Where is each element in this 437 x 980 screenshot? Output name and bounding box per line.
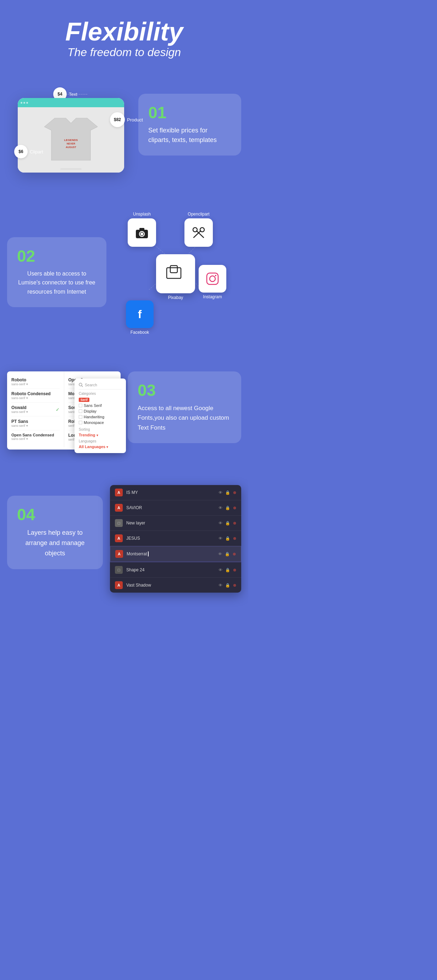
checkbox-monospace <box>79 421 82 424</box>
pixabay-label: Pixabay <box>156 295 195 300</box>
instagram-icon-card <box>199 265 226 293</box>
bottom-spacer <box>0 614 248 628</box>
instagram-icon <box>205 271 220 286</box>
section4-info-card: 04 Layers help easy to arrange and manag… <box>7 496 103 569</box>
layer-eye-ismy[interactable]: 👁 <box>218 490 222 495</box>
font-meta: sans-serif ▾ <box>11 437 60 441</box>
tablet-header <box>18 98 124 107</box>
section-fonts: Roboto sans-serif ▾ Roboto Condensed san… <box>0 357 248 471</box>
layer-name-montserrat: Montserrat <box>127 551 218 557</box>
sorting-value[interactable]: Trending ▾ <box>79 433 122 437</box>
checkbox-sans-serif <box>79 404 82 407</box>
tablet-content: LEGENDS NEVER AUGUST <box>18 107 124 173</box>
categories-label: Categories <box>79 391 122 396</box>
layer-lock-ismy[interactable]: 🔒 <box>225 490 230 495</box>
layer-lock-montserrat[interactable]: 🔒 <box>225 552 230 557</box>
section3-info-card: 03 Access to all newest Google Fonts,you… <box>128 371 241 443</box>
layer-eye-shape24[interactable]: 👁 <box>218 568 222 573</box>
font-check-oswald: ✓ <box>56 407 60 412</box>
layer-row-shape24[interactable]: □ Shape 24 👁 🔒 ⊗ <box>110 562 241 578</box>
tshirt-container: LEGENDS NEVER AUGUST <box>44 118 98 162</box>
font-item-roboto: Roboto sans-serif ▾ <box>11 375 60 389</box>
layer-lock-shape24[interactable]: 🔒 <box>225 568 230 573</box>
layer-row-ismy[interactable]: A IS MY 👁 🔒 ⊗ <box>110 485 241 500</box>
price-product-badge: $82 <box>110 112 125 127</box>
svg-point-20 <box>210 276 215 282</box>
category-monospace[interactable]: Monospace <box>79 420 122 425</box>
layer-row-savior[interactable]: A SAVIOR 👁 🔒 ⊗ <box>110 500 241 515</box>
languages-label: Languages <box>79 439 122 443</box>
pixabay-icon-card <box>156 254 195 293</box>
layer-controls-savior: 👁 🔒 ⊗ <box>218 506 236 510</box>
tablet-area: $4 Text LEGENDS NEVER AUGUST <box>7 77 135 173</box>
font-panel-wrapper: Roboto sans-serif ▾ Roboto Condensed san… <box>7 371 120 450</box>
layer-delete-jesus[interactable]: ⊗ <box>233 536 236 541</box>
tshirt-svg: LEGENDS NEVER AUGUST <box>44 118 98 161</box>
section4-number: 04 <box>17 506 93 523</box>
svg-point-10 <box>141 232 143 235</box>
layer-delete-newlayer[interactable]: ⊗ <box>233 521 236 525</box>
tablet-home-bar <box>60 168 82 170</box>
layer-lock-jesus[interactable]: 🔒 <box>225 536 230 541</box>
search-placeholder: Search <box>85 383 97 387</box>
font-col-left: Roboto sans-serif ▾ Roboto Condensed san… <box>7 371 64 447</box>
layer-eye-montserrat[interactable]: 👁 <box>218 552 222 557</box>
layer-controls-newlayer: 👁 🔒 ⊗ <box>218 521 236 525</box>
section-connectors: 02 Users able to access to Lumise's conn… <box>0 194 248 357</box>
layer-eye-savior[interactable]: 👁 <box>218 506 222 510</box>
openclipart-label: Openclipart <box>184 212 213 216</box>
font-name: Roboto <box>11 377 60 382</box>
layer-lock-vastshadow[interactable]: 🔒 <box>225 583 230 588</box>
layer-name-vastshadow: Vast Shadow <box>126 583 218 588</box>
category-display[interactable]: Display <box>79 408 122 414</box>
layer-delete-savior[interactable]: ⊗ <box>233 506 236 510</box>
category-serif[interactable]: Serif <box>79 397 122 402</box>
hero-title: Flexibility <box>14 18 234 46</box>
instagram-label: Instagram <box>199 294 226 299</box>
layer-controls-jesus: 👁 🔒 ⊗ <box>218 536 236 541</box>
checkbox-display <box>79 409 82 413</box>
layer-row-vastshadow[interactable]: A Vast Shadow 👁 🔒 ⊗ <box>110 578 241 593</box>
font-meta: sans-serif ▾ <box>11 396 60 400</box>
font-name: Roboto Condensed <box>11 391 60 396</box>
instagram-container: Instagram <box>199 265 226 299</box>
unsplash-label: Unsplash <box>128 212 156 216</box>
category-sans-serif[interactable]: Sans Serif <box>79 402 122 408</box>
languages-arrow: ▾ <box>106 445 108 449</box>
svg-line-24 <box>82 386 82 387</box>
layer-lock-newlayer[interactable]: 🔒 <box>225 521 230 525</box>
layer-icon-ismy: A <box>115 488 123 496</box>
layer-row-montserrat[interactable]: A Montserrat 👁 🔒 ⊗ <box>110 546 241 562</box>
svg-rect-17 <box>170 266 177 273</box>
cursor-blink <box>148 551 149 557</box>
layer-delete-vastshadow[interactable]: ⊗ <box>233 583 236 588</box>
layer-eye-jesus[interactable]: 👁 <box>218 536 222 541</box>
layer-row-newlayer[interactable]: □ New layer 👁 🔒 ⊗ <box>110 515 241 531</box>
hero-section: Flexibility The freedom to design <box>0 0 248 70</box>
category-handwriting[interactable]: Handwriting <box>79 414 122 420</box>
layer-eye-vastshadow[interactable]: 👁 <box>218 583 222 588</box>
svg-text:NEVER: NEVER <box>66 142 75 145</box>
layer-delete-montserrat[interactable]: ⊗ <box>233 552 236 557</box>
layer-lock-savior[interactable]: 🔒 <box>225 506 230 510</box>
unsplash-container: Unsplash <box>128 212 156 247</box>
svg-text:AUGUST: AUGUST <box>66 146 76 148</box>
openclipart-container: Openclipart <box>184 212 213 247</box>
layer-delete-shape24[interactable]: ⊗ <box>233 568 236 573</box>
languages-value[interactable]: All Languages ▾ <box>79 445 122 449</box>
price-clipart-annotation: $6 Clipart <box>14 145 43 158</box>
section3-description: Access to all newest Google Fonts,you al… <box>138 403 231 433</box>
search-icon <box>79 383 83 387</box>
tablet-dot-2 <box>24 102 25 104</box>
font-search[interactable]: Search <box>79 383 122 390</box>
layer-row-jesus[interactable]: A JESUS 👁 🔒 ⊗ <box>110 531 241 546</box>
svg-text:LEGENDS: LEGENDS <box>64 138 78 142</box>
svg-rect-19 <box>207 273 218 285</box>
layer-delete-ismy[interactable]: ⊗ <box>233 490 236 495</box>
facebook-label: Facebook <box>126 330 154 335</box>
tablet-device: LEGENDS NEVER AUGUST <box>18 98 124 173</box>
section1-description: Set flexible prices for cliparts, texts,… <box>148 126 231 145</box>
layer-eye-newlayer[interactable]: 👁 <box>218 521 222 525</box>
pixabay-icon <box>166 264 185 284</box>
font-item-oswald: Oswald sans-serif ▾ ✓ <box>11 402 60 417</box>
